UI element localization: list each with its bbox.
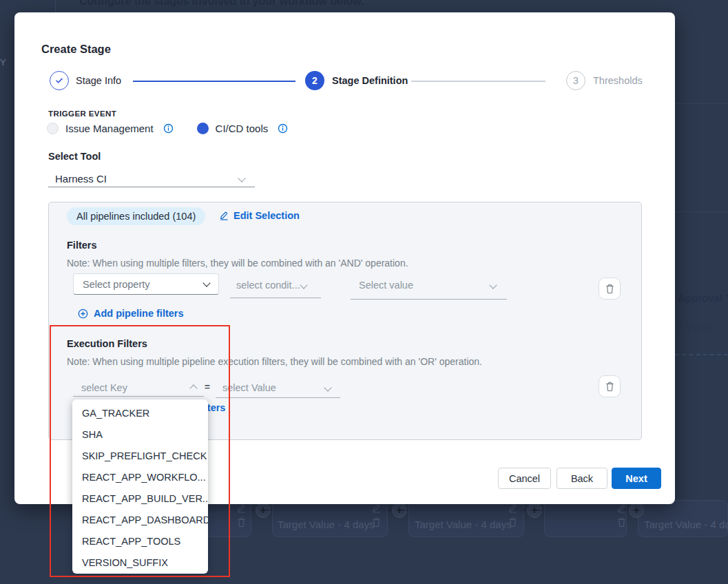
radio-issue-management[interactable]: [47, 123, 59, 134]
trash-icon: [508, 517, 519, 528]
background-divider: [675, 103, 728, 104]
create-stage-modal: Create Stage Stage Info 2 Stage Definiti…: [14, 12, 675, 504]
cancel-button[interactable]: Cancel: [498, 468, 551, 489]
background-card-label: Target Value - 4 days: [415, 519, 512, 530]
plus-circle-icon: [78, 309, 88, 319]
select-property-dropdown[interactable]: Select property: [73, 273, 219, 295]
background-target-value-partial: et Value - 1: [675, 322, 725, 333]
background-cropped-text: Y: [0, 57, 6, 67]
execution-filters-title: Execution Filters: [67, 338, 147, 349]
filters-title: Filters: [67, 240, 97, 251]
pencil-icon: [372, 503, 383, 513]
trigger-event-options: Issue Management CI/CD tools: [47, 123, 288, 134]
step-thresholds-indicator[interactable]: 3: [566, 71, 585, 90]
background-edit-trash-icons: [237, 503, 248, 528]
select-condition-underline: [230, 298, 321, 298]
select-value-dropdown[interactable]: Select value: [359, 280, 413, 291]
trigger-event-heading: TRIGGER EVENT: [48, 110, 116, 118]
chevron-down-icon[interactable]: [324, 384, 331, 391]
background-connector: [537, 510, 543, 511]
next-button[interactable]: Next: [612, 468, 661, 489]
chevron-up-icon[interactable]: [189, 384, 197, 392]
trash-icon: [372, 517, 383, 528]
dropdown-option[interactable]: SHA: [72, 424, 208, 446]
step-stage-info-label: Stage Info: [76, 75, 121, 86]
background-edit-trash-icons: [617, 503, 628, 528]
execution-filters-note: Note: When using multiple pipeline execu…: [67, 356, 482, 367]
background-card: [544, 500, 627, 537]
add-pipeline-filters-label: Add pipeline filters: [94, 308, 184, 319]
background-page-heading: Configure the stages involved in your wo…: [79, 0, 364, 8]
trash-icon: [237, 517, 248, 528]
select-value-underline: [351, 299, 507, 300]
back-button[interactable]: Back: [557, 468, 607, 489]
step-thresholds-label: Thresholds: [593, 75, 643, 86]
background-card-label: Target Value - 4 days: [644, 519, 728, 530]
tool-select-value[interactable]: Harness CI: [55, 173, 107, 185]
equals-sign: =: [205, 382, 210, 392]
select-exec-value-underline: [216, 397, 340, 398]
background-connector: [402, 510, 408, 511]
trash-icon: [605, 284, 614, 294]
trash-icon: [605, 382, 614, 392]
background-divider: [675, 211, 728, 212]
check-icon: [54, 76, 64, 85]
chevron-down-icon[interactable]: [300, 281, 307, 289]
step-stage-definition-label: Stage Definition: [332, 75, 408, 86]
stepper-connector: [411, 81, 545, 82]
select-property-placeholder: Select property: [83, 279, 150, 290]
delete-filter-button[interactable]: [599, 278, 621, 300]
background-edit-trash-icons: [372, 503, 383, 528]
modal-title: Create Stage: [41, 43, 111, 56]
edit-selection-label: Edit Selection: [233, 210, 300, 221]
chevron-down-icon[interactable]: [489, 281, 497, 289]
step-stage-definition-indicator[interactable]: 2: [305, 71, 324, 90]
info-icon[interactable]: [163, 123, 174, 134]
pencil-icon: [617, 503, 628, 513]
background-connector: [265, 510, 271, 511]
filters-note: Note: When using multiple filters, they …: [67, 258, 408, 269]
step-stage-info-indicator[interactable]: [50, 71, 69, 90]
background-card-label: Target Value - 4 days: [278, 519, 375, 530]
background-dashed-line: [675, 354, 728, 355]
pencil-icon: [508, 503, 519, 513]
background-divider: [55, 0, 56, 13]
dropdown-option[interactable]: REACT_APP_DASHBOARD: [72, 510, 208, 531]
radio-cicd-tools-label: CI/CD tools: [216, 123, 269, 134]
delete-execution-filter-button[interactable]: [599, 375, 621, 397]
radio-cicd-tools[interactable]: [197, 123, 209, 134]
background-edit-trash-icons: [508, 503, 519, 528]
dropdown-option[interactable]: GA_TRACKER: [72, 403, 208, 424]
select-key-underline: [73, 396, 204, 397]
background-approval-column-label: Approval Ti: [678, 292, 728, 304]
add-pipeline-filters-link[interactable]: Add pipeline filters: [78, 308, 184, 319]
edit-icon: [220, 211, 229, 220]
select-condition-dropdown[interactable]: select condit...: [236, 280, 300, 291]
pencil-icon: [237, 503, 248, 513]
dropdown-option[interactable]: SKIP_PREFLIGHT_CHECK: [72, 446, 208, 467]
dropdown-option[interactable]: REACT_APP_BUILD_VER...: [72, 488, 208, 510]
dropdown-option[interactable]: VERSION_SUFFIX: [72, 552, 208, 574]
chevron-down-icon[interactable]: [238, 174, 245, 182]
info-icon[interactable]: [278, 123, 288, 134]
key-dropdown-popover: GA_TRACKER SHA SKIP_PREFLIGHT_CHECK REAC…: [72, 399, 208, 574]
dropdown-option[interactable]: REACT_APP_WORKFLO...: [72, 467, 208, 488]
radio-issue-management-label: Issue Management: [65, 123, 154, 134]
pipelines-included-chip: All pipelines included (104): [67, 207, 205, 225]
tool-select-underline: [48, 187, 255, 187]
chevron-down-icon: [202, 279, 210, 286]
trash-icon: [617, 517, 628, 528]
stepper-connector: [133, 81, 295, 82]
background-add-button: +: [629, 503, 644, 518]
select-key-dropdown[interactable]: select Key: [81, 382, 127, 393]
edit-selection-link[interactable]: Edit Selection: [220, 210, 300, 221]
dropdown-option[interactable]: REACT_APP_TOOLS: [72, 531, 208, 552]
select-exec-value-dropdown[interactable]: select Value: [222, 382, 276, 393]
select-tool-label: Select Tool: [48, 151, 101, 162]
